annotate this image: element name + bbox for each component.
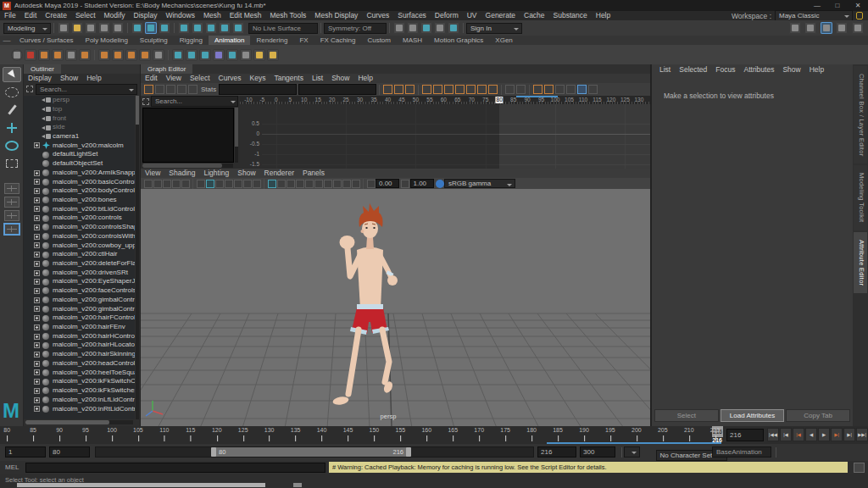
orient-constraint-icon[interactable] [199, 49, 211, 61]
color-space-dropdown[interactable]: sRGB gamma [444, 179, 515, 188]
set-key-translate-icon[interactable] [112, 49, 124, 61]
viewport-menu-view[interactable]: View [141, 169, 164, 178]
side-tab-modeling-toolkit[interactable]: Modeling Toolkit [854, 165, 867, 230]
graph-menu-edit[interactable]: Edit [141, 74, 162, 83]
attr-menu-attributes[interactable]: Attributes [739, 64, 778, 75]
pause-viewport-icon[interactable] [448, 22, 459, 34]
outliner-item-camera1[interactable]: camera1 [24, 132, 135, 141]
side-tab-channel-box-layer-editor[interactable]: Channel Box / Layer Editor [854, 66, 867, 164]
expand-icon[interactable] [34, 270, 40, 276]
exposure-input[interactable] [376, 179, 399, 188]
layout-two-pane-icon[interactable] [4, 210, 19, 221]
playback-end-input[interactable] [537, 446, 576, 458]
select-hierarchy-icon[interactable] [131, 22, 143, 34]
menu-uv[interactable]: UV [463, 11, 481, 20]
use-all-lights-icon[interactable] [225, 180, 233, 188]
snap-curve-icon[interactable] [192, 22, 203, 34]
humanik-toggle-icon[interactable] [804, 22, 816, 34]
motion-trail-icon[interactable] [38, 49, 50, 61]
lasso-tool-icon[interactable] [3, 85, 21, 100]
snap-grid-icon[interactable] [178, 22, 190, 34]
free-tangent-weight-icon[interactable] [555, 85, 565, 94]
tool-settings-toggle-icon[interactable] [836, 22, 848, 34]
expand-icon[interactable] [34, 261, 40, 267]
outliner-item-malcolm-v200-facecontrols[interactable]: malcolm_v200:faceControls [24, 286, 135, 296]
outliner-search-input[interactable]: Search... [36, 84, 137, 95]
humanik-control-icon[interactable] [267, 49, 279, 61]
shelf-collapse-icon[interactable]: — [0, 36, 14, 45]
outliner-item-malcolm-v200-ikfkswitches[interactable]: malcolm_v200:ikFkSwitches [24, 386, 135, 396]
aim-constraint-icon[interactable] [226, 49, 238, 61]
insert-keys-icon[interactable] [155, 85, 164, 94]
menu-mesh-display[interactable]: Mesh Display [310, 11, 362, 20]
outliner-item-malcolm-v200-bones[interactable]: malcolm_v200:bones [24, 196, 135, 205]
outliner-item-malcolm-v200-armiksnappingparts[interactable]: malcolm_v200:ArmIkSnappingParts [24, 169, 135, 178]
outliner-item-front[interactable]: front [24, 114, 135, 123]
outliner-item-malcolm-v200-inlflidcontrols[interactable]: malcolm_v200:inLfLidControls [24, 396, 135, 405]
gate-mask-icon[interactable] [324, 180, 332, 188]
lattice-deform-keys-icon[interactable] [166, 85, 175, 94]
ghost-icon[interactable] [79, 49, 91, 61]
outliner-item-malcolm-v200-inrtlidcontrols[interactable]: malcolm_v200:inRtLidControls [24, 404, 135, 413]
shelf-tab-sculpting[interactable]: Sculpting [134, 36, 174, 45]
expand-icon[interactable] [34, 297, 40, 303]
auto-tangent-icon[interactable] [422, 85, 431, 94]
move-tool-icon[interactable] [3, 120, 21, 136]
expand-icon[interactable] [34, 179, 40, 185]
swap-buffer-icon[interactable] [516, 85, 526, 94]
motion-blur-icon[interactable] [253, 180, 261, 188]
attr-menu-focus[interactable]: Focus [711, 64, 739, 75]
menu-mesh-tools[interactable]: Mesh Tools [266, 11, 311, 20]
viewport-menu-shading[interactable]: Shading [164, 169, 199, 178]
set-key-icon[interactable] [98, 49, 110, 61]
outliner-item-malcolm-v200-deleteforflattop[interactable]: malcolm_v200:deleteForFlattop [24, 259, 135, 269]
center-current-time-icon[interactable] [405, 85, 415, 94]
range-slider-track[interactable]: 80 216 [95, 446, 534, 458]
outliner-item-malcolm-v200-bodycontrols[interactable]: malcolm_v200:bodyControls [24, 186, 135, 196]
attr-menu-list[interactable]: List [655, 64, 675, 75]
menu-generate[interactable]: Generate [481, 11, 520, 20]
resolution-gate-icon[interactable] [314, 180, 323, 188]
lock-tangent-weight-icon[interactable] [566, 85, 576, 94]
outliner-hscrollbar[interactable] [25, 420, 133, 424]
attr-menu-help[interactable]: Help [805, 64, 828, 75]
bookmark-icon[interactable] [153, 180, 162, 188]
region-tool-icon[interactable] [177, 85, 186, 94]
exposure-icon[interactable] [367, 180, 376, 188]
outliner-item-malcolm-v200-gimbalcontrols[interactable]: malcolm_v200:gimbalControls [24, 296, 135, 305]
outliner-item-malcolm-v200-controlsshapes[interactable]: malcolm_v200:controlsShapes [24, 223, 135, 232]
menu-create[interactable]: Create [41, 11, 71, 20]
graph-editor-tab[interactable]: Graph Editor [141, 64, 192, 74]
isolate-select-icon[interactable] [268, 180, 276, 188]
flat-tangent-icon[interactable] [466, 85, 476, 94]
expand-icon[interactable] [34, 361, 40, 367]
outliner-vscrollbar[interactable] [136, 96, 139, 419]
step-forward-frame-button[interactable]: ▶| [843, 428, 855, 441]
menu-file[interactable]: File [0, 11, 20, 20]
outliner-item-malcolm-v200-controlswithouthair[interactable]: malcolm_v200:controlsWithoutHair [24, 232, 135, 241]
outliner-item-malcolm-v200-hairhlocators[interactable]: malcolm_v200:hairHLocators [24, 341, 135, 350]
command-line-label[interactable]: MEL [5, 463, 19, 471]
expand-icon[interactable] [34, 288, 40, 294]
graph-time-ruler[interactable]: -10-505101520253035404550556065707580859… [240, 96, 650, 104]
set-key-rotate-icon[interactable] [125, 49, 137, 61]
save-scene-icon[interactable] [85, 22, 97, 34]
menu-edit[interactable]: Edit [20, 11, 42, 20]
shelf-tab-poly-modeling[interactable]: Poly Modeling [80, 36, 134, 45]
time-snap-icon[interactable] [577, 85, 587, 94]
frame-playback-icon[interactable] [394, 85, 403, 94]
open-scene-icon[interactable] [71, 22, 83, 34]
anim-layer-field[interactable]: BaseAnimation [712, 446, 771, 458]
snap-view-icon[interactable] [144, 180, 153, 188]
outliner-item-malcolm-v200-btlidcontrols[interactable]: malcolm_v200:btLidControls [24, 205, 135, 214]
expand-icon[interactable] [34, 379, 40, 385]
outliner-item-defaultobjectset[interactable]: defaultObjectSet [24, 159, 135, 169]
outliner-tab[interactable]: Outliner [24, 64, 61, 74]
outliner-item-side[interactable]: side [24, 123, 135, 132]
graph-curve-area[interactable]: -10-505101520253035404550556065707580859… [240, 96, 650, 169]
outliner-item-malcolm-v200-hairhcontrols[interactable]: malcolm_v200:hairHControls [24, 332, 135, 341]
graph-menu-curves[interactable]: Curves [214, 74, 246, 83]
viewport-menu-show[interactable]: Show [233, 169, 259, 178]
outliner-item-malcolm-v200-hairfenv[interactable]: malcolm_v200:hairFEnv [24, 323, 135, 332]
graph-hscrollbar[interactable] [142, 164, 233, 168]
